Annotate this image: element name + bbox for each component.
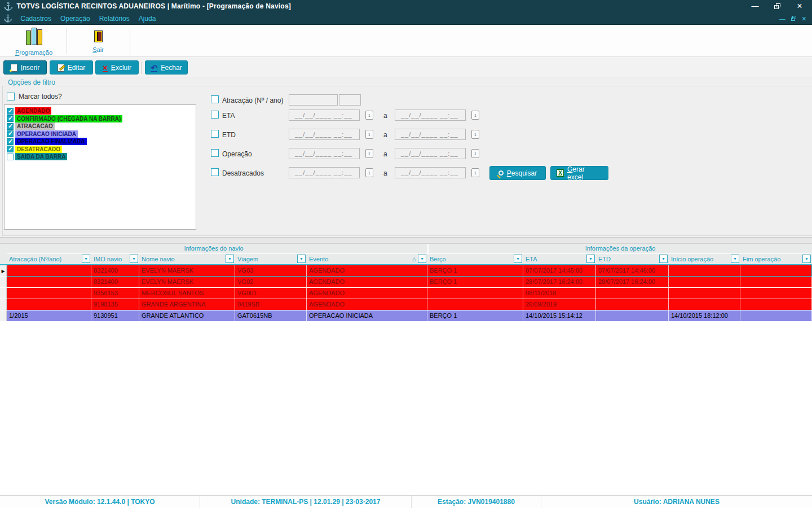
etd-to-input[interactable]: __/__/____ __:__ bbox=[395, 129, 466, 140]
restore-icon[interactable] bbox=[774, 3, 780, 9]
mdi-close-icon[interactable]: × bbox=[802, 13, 806, 24]
table-row[interactable]: 9198135 GRANDE ARGENTINA 0419SB AGENDADO… bbox=[0, 299, 812, 310]
cell-etd bbox=[596, 288, 669, 299]
operacao-from-input[interactable]: __/__/____ __:__ bbox=[289, 148, 360, 159]
filter-group-title: Opções de filtro bbox=[6, 78, 58, 86]
atracacao-ano-input[interactable] bbox=[339, 94, 361, 106]
column-header-etd[interactable]: ETD▼ bbox=[596, 253, 669, 265]
inserir-button[interactable]: Inserir bbox=[3, 60, 47, 75]
calendar-icon[interactable] bbox=[471, 111, 479, 120]
table-row[interactable]: 9356153 MERCOSUL SANTOS VG001 AGENDADO 0… bbox=[0, 288, 812, 299]
cell-berco bbox=[427, 299, 523, 310]
table-row[interactable]: ▶ 8321400 EVELYN MAERSK VG03 AGENDADO BE… bbox=[0, 265, 812, 276]
window-controls: — × bbox=[751, 0, 809, 12]
mark-all-checkbox[interactable] bbox=[7, 93, 15, 100]
cell-imo: 9356153 bbox=[91, 288, 139, 299]
column-header-nome[interactable]: Nome navio▼ bbox=[139, 253, 235, 265]
table-row[interactable]: 8321400 EVELYN MAERSK VG02 AGENDADO BERÇ… bbox=[0, 277, 812, 287]
menu-cadastros[interactable]: Cadastros bbox=[20, 15, 51, 23]
panel-splitter[interactable] bbox=[0, 237, 812, 243]
eta-checkbox[interactable] bbox=[211, 111, 219, 119]
filter-dropdown-icon[interactable]: ▼ bbox=[586, 255, 595, 263]
editar-button[interactable]: Editar bbox=[50, 60, 93, 75]
status-filter-item[interactable]: DESATRACADO bbox=[6, 146, 195, 154]
desatracados-checkbox[interactable] bbox=[211, 168, 219, 176]
undo-arrow-icon: ↶ bbox=[151, 64, 157, 72]
calendar-icon[interactable] bbox=[365, 168, 373, 177]
column-header-inicio[interactable]: Início operação▼ bbox=[669, 253, 740, 265]
status-checkbox[interactable] bbox=[7, 154, 14, 160]
calendar-icon[interactable] bbox=[471, 168, 479, 177]
menu-relatorios[interactable]: Relatórios bbox=[99, 15, 130, 23]
filter-dropdown-icon[interactable]: ▼ bbox=[802, 255, 811, 263]
status-filter-item[interactable]: OPERACAO FINALIZADA bbox=[6, 138, 195, 146]
column-header-fim[interactable]: Fim operação▼ bbox=[740, 253, 812, 265]
status-checkbox[interactable] bbox=[7, 123, 14, 130]
programacao-tool-button[interactable]: Programação bbox=[8, 27, 60, 56]
column-header-imo[interactable]: IMO navio▼ bbox=[91, 253, 139, 265]
table-row[interactable]: 1/2015 9130951 GRANDE ATLANTICO GAT0615N… bbox=[0, 310, 812, 321]
status-filter-item[interactable]: OPERACAO INICIADA bbox=[6, 130, 195, 138]
status-bar: Versão Módulo: 12.1.44.0 | TOKYO Unidade… bbox=[0, 495, 812, 508]
status-filter-item[interactable]: CONFIRMADO (CHEGADA NA BARRA) bbox=[6, 115, 195, 123]
status-filter-item[interactable]: ATRACACAO bbox=[6, 122, 195, 130]
status-checkbox[interactable] bbox=[7, 108, 14, 115]
mdi-minimize-icon[interactable]: — bbox=[779, 13, 785, 24]
status-checkbox[interactable] bbox=[7, 138, 14, 145]
eta-from-input[interactable]: __/__/____ __:__ bbox=[289, 110, 360, 121]
status-checkbox[interactable] bbox=[7, 146, 14, 152]
eta-to-input[interactable]: __/__/____ __:__ bbox=[395, 110, 466, 121]
minimize-icon[interactable]: — bbox=[751, 0, 760, 12]
filter-dropdown-icon[interactable]: ▼ bbox=[226, 255, 234, 263]
column-header-viagem[interactable]: Viagem▼ bbox=[235, 253, 307, 265]
operacao-checkbox[interactable] bbox=[211, 149, 219, 157]
pesquisar-button[interactable]: Pesquisar bbox=[489, 166, 546, 180]
mdi-anchor-icon: ⚓ bbox=[3, 14, 12, 23]
new-page-icon bbox=[11, 64, 17, 72]
mdi-restore-icon[interactable] bbox=[791, 16, 796, 21]
status-checkbox[interactable] bbox=[7, 115, 14, 122]
window-title: TOTVS LOGÍSTICA RECINTOS ADUANEIROS | Ma… bbox=[16, 2, 291, 10]
operacao-to-input[interactable]: __/__/____ __:__ bbox=[395, 148, 466, 159]
column-header-atracacao[interactable]: Atracação (Nº/ano)▼ bbox=[7, 253, 91, 265]
filter-row-desatracados: Desatracados __/__/____ __:__ a __/__/__… bbox=[211, 167, 510, 179]
fechar-button[interactable]: ↶ Fechar bbox=[145, 60, 188, 75]
calendar-icon[interactable] bbox=[365, 149, 373, 158]
etd-checkbox[interactable] bbox=[211, 130, 219, 138]
close-icon[interactable]: × bbox=[795, 0, 804, 12]
cell-eta: 07/07/2017 14:45:00 bbox=[523, 265, 596, 276]
calendar-icon[interactable] bbox=[365, 111, 373, 120]
atracacao-checkbox[interactable] bbox=[211, 95, 219, 103]
sair-tool-button[interactable]: Sair bbox=[83, 27, 113, 53]
calendar-icon[interactable] bbox=[365, 130, 373, 139]
filter-dropdown-icon[interactable]: ▼ bbox=[418, 255, 426, 263]
desatracados-to-input[interactable]: __/__/____ __:__ bbox=[395, 167, 466, 178]
menu-operacao[interactable]: Operação bbox=[60, 15, 90, 23]
calendar-icon[interactable] bbox=[471, 130, 479, 139]
excluir-button[interactable]: × Excluir bbox=[95, 60, 139, 75]
status-filter-item[interactable]: AGENDADO bbox=[6, 107, 195, 115]
gerar-excel-button[interactable]: X Gerar excel bbox=[550, 166, 608, 180]
column-header-berco[interactable]: Berço▼ bbox=[427, 253, 523, 265]
sort-ascending-icon: △ bbox=[412, 256, 416, 262]
atracacao-numero-input[interactable] bbox=[289, 94, 338, 106]
range-separator: a bbox=[383, 112, 387, 120]
filter-dropdown-icon[interactable]: ▼ bbox=[130, 255, 138, 263]
calendar-icon[interactable] bbox=[471, 149, 479, 158]
status-checkbox[interactable] bbox=[7, 130, 14, 137]
delete-x-icon: × bbox=[103, 64, 108, 72]
filter-dropdown-icon[interactable]: ▼ bbox=[82, 255, 90, 263]
column-header-eta[interactable]: ETA▼ bbox=[523, 253, 596, 265]
filter-dropdown-icon[interactable]: ▼ bbox=[514, 255, 522, 263]
etd-from-input[interactable]: __/__/____ __:__ bbox=[289, 129, 360, 140]
filter-dropdown-icon[interactable]: ▼ bbox=[297, 255, 306, 263]
filter-dropdown-icon[interactable]: ▼ bbox=[659, 255, 668, 263]
status-label: SAIDA DA BARRA bbox=[15, 153, 67, 160]
desatracados-from-input[interactable]: __/__/____ __:__ bbox=[289, 167, 360, 178]
status-listbox[interactable]: AGENDADO CONFIRMADO (CHEGADA NA BARRA) A… bbox=[4, 104, 196, 230]
column-header-evento[interactable]: Evento△▼ bbox=[307, 253, 427, 265]
status-filter-item[interactable]: SAIDA DA BARRA bbox=[6, 153, 195, 161]
menu-ajuda[interactable]: Ajuda bbox=[139, 15, 156, 23]
filter-dropdown-icon[interactable]: ▼ bbox=[731, 255, 739, 263]
books-icon bbox=[26, 27, 42, 45]
